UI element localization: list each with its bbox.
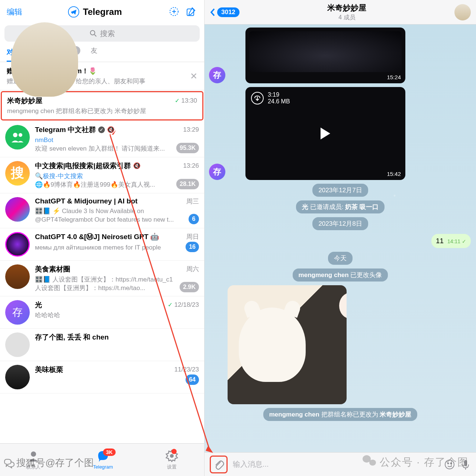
watermark-right: 公众号 · 存了个图: [363, 454, 469, 469]
svg-line-6: [94, 35, 96, 36]
add-chat-icon[interactable]: [168, 5, 181, 19]
unread-badge: 6: [189, 214, 199, 224]
avatar: [5, 232, 30, 257]
service-message: mengmeng chen 已更改头像: [293, 268, 388, 282]
back-button[interactable]: 3012: [210, 7, 239, 17]
compose-icon[interactable]: [184, 5, 197, 19]
verified-icon: ✓: [98, 126, 105, 133]
unread-badge: 28.1K: [176, 179, 199, 189]
chat-row[interactable]: 美食素材圈周六 🎛️📘 人设套图【亚洲女】：https://t.me/taotu…: [0, 261, 204, 297]
watermark-left: 搜狐号@存了个图: [4, 456, 94, 469]
chat-list: 米奇妙妙屋✓ 13:30 mengmeng chen 把群组名称已更改为 米奇妙…: [0, 90, 204, 443]
chat-row[interactable]: Telegram 中文社群 ✓ 🔇13:29 nmBot欢迎 seven ele…: [0, 121, 204, 157]
banner-close-icon[interactable]: ✕: [190, 71, 197, 81]
message-time: 15:24: [387, 74, 401, 80]
outgoing-message[interactable]: 11 14:11 ✓: [431, 234, 471, 248]
tab-telegram[interactable]: 3K Telegram: [93, 450, 113, 470]
notification-dot: [171, 449, 177, 454]
svg-point-9: [31, 451, 36, 457]
chat-row[interactable]: ChatGPT & Midjourney | AI bot周三 🎛️📘 ⚡ Cl…: [0, 193, 204, 228]
sender-avatar[interactable]: 存: [209, 67, 225, 83]
svg-point-8: [19, 133, 22, 137]
svg-point-7: [13, 133, 17, 137]
muted-icon: 🔇: [107, 126, 115, 133]
date-separator: 2023年12月8日: [312, 217, 368, 230]
muted-icon: 🔇: [133, 162, 141, 169]
chat-row[interactable]: 存 光✓ 12/18/23 哈哈哈哈: [0, 296, 204, 329]
date-separator: 2023年12月7日: [312, 184, 368, 197]
avatar: 存: [5, 300, 30, 325]
image-message[interactable]: 15:24: [245, 28, 405, 83]
chat-title[interactable]: 米奇妙妙屋 4 成员: [243, 3, 451, 22]
unread-badge: 95.3K: [176, 143, 199, 153]
chat-row[interactable]: ChatGPT 4.0 &[ⓂJ] Neiroseti GPT 🤖周日 мемы…: [0, 228, 204, 261]
avatar: [5, 264, 30, 289]
unread-badge: 2.9K: [180, 282, 199, 292]
unread-badge: 16: [186, 242, 199, 252]
tab-settings[interactable]: 设置: [165, 450, 178, 470]
back-unread-badge: 3012: [217, 7, 239, 17]
chat-row[interactable]: 存了个图, 丢丢 和 chen: [0, 329, 204, 361]
search-placeholder: 搜索: [100, 29, 115, 39]
sender-avatar[interactable]: 存: [209, 164, 225, 180]
unread-badge: 64: [186, 374, 199, 385]
photo-message[interactable]: [228, 285, 347, 404]
edit-button[interactable]: 编辑: [7, 7, 22, 17]
message-time: 15:42: [387, 171, 401, 177]
svg-point-5: [90, 30, 95, 35]
service-message: mengmeng chen 把群组名称已更改为 米奇妙妙屋: [263, 408, 418, 421]
play-icon[interactable]: [321, 128, 330, 139]
chat-row[interactable]: 米奇妙妙屋✓ 13:30 mengmeng chen 把群组名称已更改为 米奇妙…: [1, 91, 203, 120]
svg-point-10: [170, 454, 174, 458]
chat-row[interactable]: 美味板栗11/23/23 64: [0, 361, 204, 393]
app-title: Telegram: [68, 6, 122, 17]
download-icon[interactable]: 3:1924.6 MB: [251, 91, 290, 105]
avatar: [5, 332, 30, 357]
avatar: [5, 197, 30, 222]
avatar: 搜: [5, 161, 30, 186]
service-message: 光 已邀请成员: 奶茶 吸一口: [296, 200, 385, 213]
avatar: [5, 125, 30, 149]
chat-row[interactable]: 搜 中文搜索|电报搜索|超级索引群 🔇13:26 🔍极搜-中文搜索🌐🔥9博体育🔥…: [0, 157, 204, 193]
group-avatar[interactable]: [454, 4, 471, 20]
attach-button[interactable]: [210, 456, 228, 473]
tab-friends[interactable]: 友: [91, 46, 97, 58]
video-message[interactable]: 3:1924.6 MB 15:42: [245, 87, 405, 180]
date-separator: 今天: [328, 252, 353, 265]
unread-total-badge: 3K: [103, 448, 116, 456]
avatar: [5, 365, 30, 389]
